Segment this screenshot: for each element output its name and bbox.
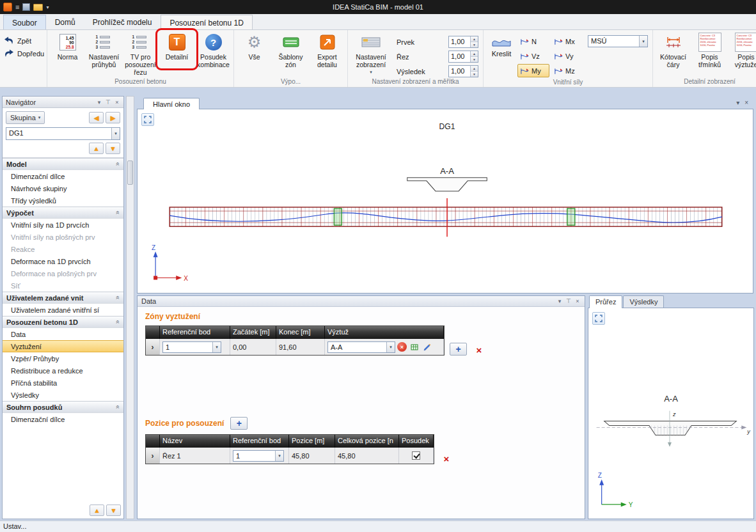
panel-menu-icon[interactable]: ▾	[95, 99, 104, 106]
pin-icon[interactable]: ⊤	[564, 298, 573, 304]
nav-item-tridy-vysledku[interactable]: Třídy výsledků	[3, 194, 123, 207]
delete-reinforcement-button[interactable]: ×	[397, 342, 407, 352]
move-down-button[interactable]: ▼	[106, 143, 120, 154]
open-folder-icon[interactable]	[33, 4, 43, 11]
norma-button[interactable]: 1,45 90 25.8 Norma	[49, 31, 86, 77]
posudek-checkbox[interactable]	[412, 451, 420, 460]
nav-item-dimenzacni-dilce[interactable]: Dimenzační dílce	[3, 170, 123, 182]
nav-item-vzper-pruhyby[interactable]: Vzpěr/ Průhyby	[3, 352, 123, 364]
window-close-icon[interactable]: ×	[744, 99, 748, 106]
nav-item-vnitrni-sily-1d[interactable]: Vnitřní síly na 1D prvcích	[3, 219, 123, 231]
tab-prohlizec-modelu[interactable]: Prohlížeč modelu	[84, 15, 161, 29]
close-icon[interactable]: ×	[113, 99, 122, 106]
reinforcement-template-button[interactable]	[409, 341, 420, 352]
nav-item-vyztuzeni[interactable]: Vyztužení	[3, 340, 123, 352]
row-handle[interactable]: ›	[146, 339, 160, 355]
popis-vyztuze-button[interactable]: Concrete: C3 Reinforcemer 2016, elevatio…	[728, 31, 756, 77]
nav-item-navrhove-skupiny[interactable]: Návrhové skupiny	[3, 182, 123, 194]
toggle-n[interactable]: N	[517, 35, 549, 48]
redo-button[interactable]: Dopředu	[2, 49, 46, 58]
zone-reinforcement-combo[interactable]: A-A ▾	[327, 341, 395, 353]
app-icon[interactable]	[3, 3, 12, 12]
nav-item-uzivatelem-zadane-vnitrni-sily[interactable]: Uživatelem zadané vnitřní sí	[3, 304, 123, 316]
undo-button[interactable]: Zpět	[2, 36, 33, 45]
window-list-icon[interactable]: ▾	[736, 99, 739, 106]
section-header-souhrn-posudku[interactable]: Souhrn posudků»	[3, 401, 123, 413]
prev-group-button[interactable]: ◀	[89, 112, 104, 123]
pin-icon[interactable]: ⊤	[104, 99, 113, 106]
nav-item-vysledky[interactable]: Výsledky	[3, 389, 123, 401]
position-ref-point-combo[interactable]: 1 ▾	[233, 450, 284, 462]
nav-item-pricna-stabilita[interactable]: Příčná stabilita	[3, 377, 123, 389]
msu-combo[interactable]: MSÚ ▾	[588, 35, 648, 47]
zone-end-cell[interactable]: 91,60	[276, 339, 325, 355]
collapse-icon: »	[114, 405, 122, 409]
posudek-kombinace-button[interactable]: ? Posudekkombinace	[195, 31, 232, 77]
zoom-extents-button[interactable]	[592, 312, 605, 325]
tab-vysledky[interactable]: Výsledky	[623, 295, 664, 308]
tab-soubor[interactable]: Soubor	[3, 15, 46, 29]
tv-pro-posouzeni-rezu-button[interactable]: 1 2 3 TV proposouzení řezu	[122, 31, 159, 77]
popis-trminku-button[interactable]: Concrete: C3 Reinforcemer 2016, elevatio…	[691, 31, 728, 77]
section-header-posouzeni-betonu-1d[interactable]: Posouzení betonu 1D»	[3, 316, 123, 328]
add-zone-button[interactable]: +	[450, 343, 467, 356]
toggle-mz[interactable]: Mz	[551, 64, 586, 77]
zones-title: Zóny vyztužení	[145, 312, 577, 321]
next-group-button[interactable]: ▶	[106, 112, 120, 123]
close-icon[interactable]: ×	[573, 298, 582, 304]
save-icon[interactable]	[22, 3, 30, 11]
section-header-uzivatelem-zadane[interactable]: Uživatelem zadané vnit»	[3, 292, 123, 304]
nav-item-data[interactable]: Data	[3, 328, 123, 340]
menu-icon[interactable]: ≡	[15, 4, 19, 11]
scroll-down-button[interactable]: ▼	[106, 505, 121, 516]
rez-scale-spinner[interactable]: 1,00 ▲▼	[448, 51, 478, 63]
toggle-my[interactable]: My	[517, 64, 549, 77]
delete-zone-button[interactable]: ×	[472, 345, 486, 356]
row-handle[interactable]: ›	[146, 448, 160, 464]
nav-item-dimenzacni-dilce-souhrn[interactable]: Dimenzační dílce	[3, 413, 123, 425]
toggle-vy[interactable]: Vy	[551, 49, 586, 63]
panel-menu-icon[interactable]: ▾	[555, 298, 564, 304]
nav-item-redistribuce[interactable]: Redistribuce a redukce	[3, 364, 123, 377]
main-viewport[interactable]: DG1 A-A Z X	[137, 109, 753, 293]
position-name-cell[interactable]: Řez 1	[160, 448, 230, 464]
tab-domu[interactable]: Domů	[47, 15, 84, 29]
scroll-up-button[interactable]: ▲	[90, 505, 104, 516]
scrollbar-thumb[interactable]	[127, 160, 133, 185]
zoom-extents-button[interactable]	[141, 113, 154, 126]
kotovaci-cary-button[interactable]: Kótovacíčáry	[655, 31, 691, 77]
navigator-scrollbar[interactable]	[126, 96, 134, 519]
section-header-vypocet[interactable]: Výpočet»	[3, 207, 123, 219]
quick-access-dropdown-icon[interactable]: ▾	[46, 4, 49, 10]
position-cell[interactable]: 45,80	[289, 448, 335, 464]
nav-item-deformace-1d[interactable]: Deformace na 1D prvcích	[3, 255, 123, 267]
tab-hlavni-okno[interactable]: Hlavní okno	[143, 98, 200, 109]
prvek-scale-spinner[interactable]: 1,00 ▲▼	[448, 36, 478, 48]
skupina-dropdown[interactable]: Skupina ▾	[6, 111, 45, 124]
cross-section-viewport[interactable]: A-A y z Z Y	[588, 308, 754, 519]
tab-prurez[interactable]: Průřez	[589, 295, 622, 308]
group-combo[interactable]: DG1 ▾	[6, 127, 120, 140]
nastaveni-pruhybu-button[interactable]: 1 2 3 Nastaveníprůhybů	[86, 31, 122, 77]
zone-ref-point-combo[interactable]: 1 ▾	[162, 341, 221, 353]
vysledek-scale-spinner[interactable]: 1,00 ▲▼	[448, 65, 478, 77]
vse-button[interactable]: ⚙ Vše	[236, 31, 272, 77]
move-up-button[interactable]: ▲	[89, 143, 104, 154]
edit-reinforcement-button[interactable]	[421, 341, 432, 352]
export-detailu-button[interactable]: Exportdetailu	[309, 31, 345, 77]
sablony-zon-button[interactable]: Šablonyzón	[272, 31, 309, 77]
zone-start-cell[interactable]: 0,00	[230, 339, 276, 355]
position-table-row[interactable]: › Řez 1 1 ▾ 45,80 45,80	[146, 448, 434, 464]
section-header-model[interactable]: Model»	[3, 158, 123, 170]
kreslit-button[interactable]: Kreslit	[485, 31, 517, 70]
toggle-vz[interactable]: Vz	[517, 49, 549, 63]
delete-position-button[interactable]: ×	[439, 453, 453, 464]
add-position-button[interactable]: +	[230, 417, 248, 430]
total-position-cell[interactable]: 45,80	[335, 448, 399, 464]
positions-table-header: Název Referenční bod Pozice [m] Celková …	[146, 435, 434, 448]
nastaveni-zobrazeni-button[interactable]: Nastavenízobrazení ▾	[350, 31, 392, 77]
tab-posouzeni-betonu-1d[interactable]: Posouzení betonu 1D	[161, 15, 252, 29]
zone-table-row[interactable]: › 1 ▾ 0,00 91,60 A-A ▾ ×	[146, 339, 444, 355]
detailni-button[interactable]: T Detailní	[159, 31, 195, 77]
toggle-mx[interactable]: Mx	[551, 35, 586, 48]
